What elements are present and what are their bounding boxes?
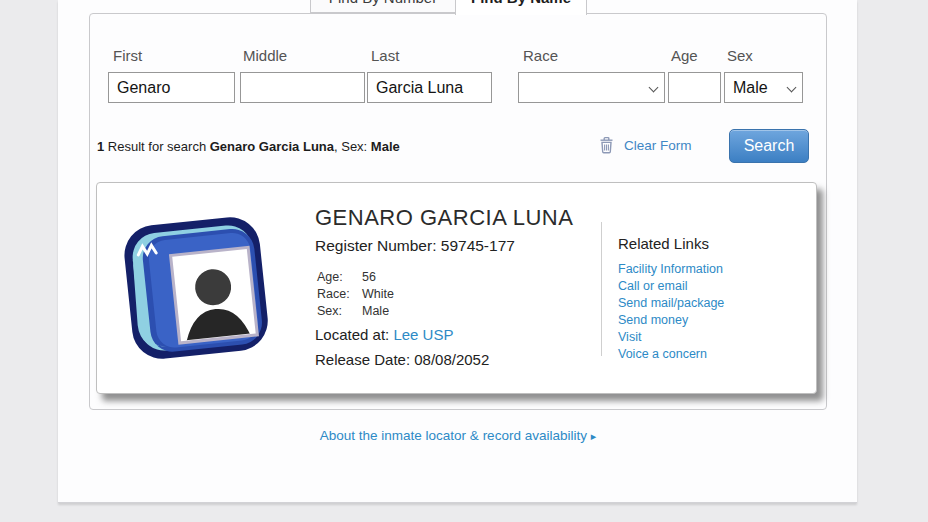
first-name-label: First: [113, 47, 142, 64]
tab-label: Find By Number: [329, 0, 437, 6]
results-text-mid: , Sex:: [334, 139, 371, 154]
search-button[interactable]: Search: [729, 129, 809, 163]
related-link-send-mail-package[interactable]: Send mail/package: [618, 296, 724, 310]
clear-form-label: Clear Form: [624, 138, 692, 153]
no-photo-inmate-icon: [116, 203, 276, 368]
first-name-input[interactable]: Genaro: [108, 72, 235, 103]
sex-select[interactable]: Male: [724, 72, 803, 103]
tab-find-by-name[interactable]: Find By Name: [455, 0, 587, 15]
results-summary: 1 Result for search Genaro Garcia Luna, …: [97, 139, 400, 154]
bop-inmate-locator-page: Find By Number Find By Name First Middle…: [0, 0, 928, 522]
sex-label: Sex: [727, 47, 753, 64]
release-date-label: Release Date:: [315, 351, 414, 368]
related-link-voice-a-concern[interactable]: Voice a concern: [618, 347, 707, 361]
chevron-down-icon: [787, 83, 797, 93]
middle-name-label: Middle: [243, 47, 287, 64]
related-link-facility-information[interactable]: Facility Information: [618, 262, 723, 276]
related-link-send-money[interactable]: Send money: [618, 313, 688, 327]
sex-attr-value: Male: [362, 304, 389, 318]
attribute-row-sex: Sex:Male: [317, 304, 389, 318]
results-text: Result for search: [104, 139, 210, 154]
chevron-down-icon: [649, 83, 659, 93]
race-attr-value: White: [362, 287, 394, 301]
sex-select-value: Male: [733, 79, 768, 96]
middle-name-input[interactable]: [240, 72, 365, 103]
located-at-label: Located at:: [315, 326, 393, 343]
clear-form-button[interactable]: Clear Form: [599, 136, 692, 154]
trash-icon: [599, 136, 614, 154]
last-name-label: Last: [371, 47, 399, 64]
last-name-input[interactable]: Garcia Luna: [367, 72, 492, 103]
register-number-line: Register Number: 59745-177: [315, 237, 515, 255]
age-attr-label: Age:: [317, 270, 362, 284]
register-number-label: Register Number:: [315, 237, 441, 254]
related-links-title: Related Links: [618, 235, 709, 252]
attribute-row-age: Age:56: [317, 270, 376, 284]
race-attr-label: Race:: [317, 287, 362, 301]
age-input[interactable]: [668, 72, 721, 103]
register-number-value: 59745-177: [441, 237, 515, 254]
race-select[interactable]: [518, 72, 665, 103]
arrow-right-icon: ▸: [591, 430, 597, 442]
related-link-visit[interactable]: Visit: [618, 330, 641, 344]
search-sex: Male: [371, 139, 400, 154]
about-inmate-locator-link[interactable]: About the inmate locator & record availa…: [320, 428, 596, 443]
release-date-line: Release Date: 08/08/2052: [315, 351, 489, 368]
located-at-line: Located at: Lee USP: [315, 326, 453, 343]
related-link-call-or-email[interactable]: Call or email: [618, 279, 687, 293]
race-label: Race: [523, 47, 558, 64]
tab-find-by-number[interactable]: Find By Number: [310, 0, 456, 13]
facility-link[interactable]: Lee USP: [393, 326, 453, 343]
about-link-text: About the inmate locator & record availa…: [320, 428, 587, 443]
sex-attr-label: Sex:: [317, 304, 362, 318]
attribute-row-race: Race:White: [317, 287, 394, 301]
search-query: Genaro Garcia Luna: [210, 139, 334, 154]
age-label: Age: [671, 47, 698, 64]
age-attr-value: 56: [362, 270, 376, 284]
inmate-name: GENARO GARCIA LUNA: [315, 205, 573, 231]
tab-label: Find By Name: [471, 0, 571, 6]
release-date-value: 08/08/2052: [414, 351, 489, 368]
card-divider: [601, 222, 602, 356]
about-locator-link-row: About the inmate locator & record availa…: [89, 428, 827, 443]
